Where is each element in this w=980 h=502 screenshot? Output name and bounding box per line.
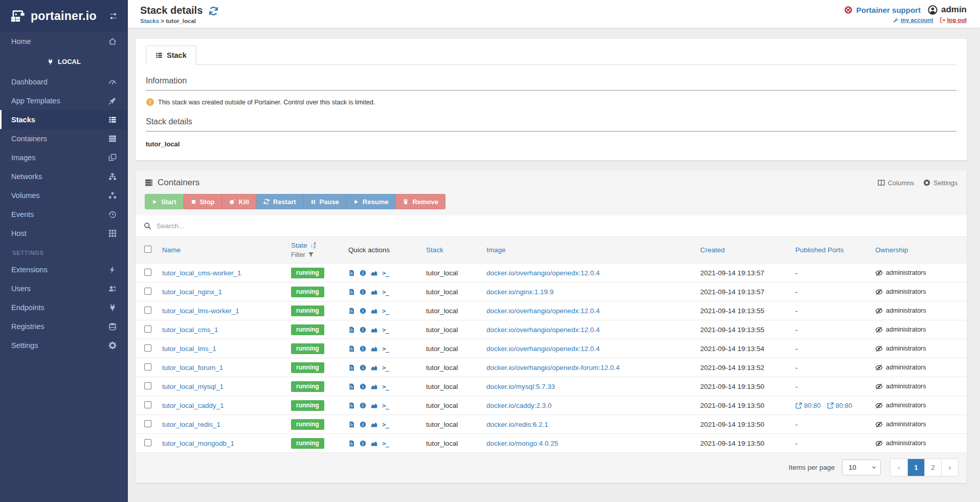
inspect-icon[interactable]	[360, 308, 366, 314]
console-icon[interactable]: >_	[382, 326, 389, 334]
console-icon[interactable]: >_	[382, 288, 389, 296]
column-header-name[interactable]: Name	[162, 246, 181, 254]
column-header-ownership[interactable]: Ownership	[875, 246, 908, 254]
refresh-button[interactable]	[209, 6, 218, 16]
sidebar-item-events[interactable]: Events	[0, 205, 128, 224]
column-header-image[interactable]: Image	[486, 246, 506, 254]
pagination-page-1[interactable]: 1	[907, 459, 924, 476]
row-checkbox[interactable]	[144, 325, 151, 333]
stats-icon[interactable]	[371, 402, 377, 409]
stats-icon[interactable]	[371, 364, 377, 371]
container-name-link[interactable]: tutor_local_lms_1	[162, 345, 216, 353]
sidebar-item-dashboard[interactable]: Dashboard	[0, 72, 128, 91]
console-icon[interactable]: >_	[382, 421, 389, 428]
logs-icon[interactable]	[348, 326, 355, 333]
image-link[interactable]: docker.io/overhangio/openedx:12.0.4	[486, 307, 599, 315]
pagination-page-2[interactable]: 2	[924, 459, 941, 476]
row-checkbox[interactable]	[144, 269, 151, 276]
logout-link[interactable]: log out	[940, 17, 967, 23]
console-icon[interactable]: >_	[382, 269, 389, 277]
console-icon[interactable]: >_	[382, 364, 389, 372]
restart-button[interactable]: Restart	[256, 194, 303, 209]
image-link[interactable]: docker.io/overhangio/openedx-forum:12.0.…	[486, 364, 619, 372]
stats-icon[interactable]	[371, 270, 377, 276]
container-name-link[interactable]: tutor_local_cms_1	[162, 326, 218, 334]
column-header-state[interactable]: State	[291, 242, 307, 249]
sidebar-item-networks[interactable]: Networks	[0, 167, 128, 186]
logs-icon[interactable]	[348, 364, 355, 371]
stats-icon[interactable]	[371, 308, 377, 314]
image-link[interactable]: docker.io/mongo:4.0.25	[486, 440, 558, 447]
stats-icon[interactable]	[371, 345, 377, 352]
stats-icon[interactable]	[371, 421, 377, 428]
container-name-link[interactable]: tutor_local_caddy_1	[162, 402, 224, 409]
start-button[interactable]: Start	[145, 194, 184, 209]
logs-icon[interactable]	[348, 345, 355, 352]
row-checkbox[interactable]	[144, 307, 151, 314]
logs-icon[interactable]	[348, 402, 355, 409]
row-checkbox[interactable]	[144, 363, 151, 370]
select-all-checkbox[interactable]	[144, 246, 151, 253]
sidebar-item-containers[interactable]: Containers	[0, 129, 128, 148]
column-header-stack[interactable]: Stack	[426, 246, 443, 254]
user-menu[interactable]: admin	[928, 5, 967, 15]
portainer-logo[interactable]: portainer.io	[0, 0, 128, 32]
logs-icon[interactable]	[348, 440, 355, 447]
image-link[interactable]: docker.io/overhangio/openedx:12.0.4	[486, 269, 599, 277]
container-name-link[interactable]: tutor_local_forum_1	[162, 364, 223, 372]
logs-icon[interactable]	[348, 383, 355, 390]
container-name-link[interactable]: tutor_local_nginx_1	[162, 288, 222, 296]
pagination-prev-button[interactable]: ‹	[890, 459, 907, 476]
sidebar-item-users[interactable]: Users	[0, 279, 128, 298]
inspect-icon[interactable]	[360, 345, 366, 352]
logs-icon[interactable]	[348, 308, 355, 314]
inspect-icon[interactable]	[360, 402, 366, 409]
sidebar-item-volumes[interactable]: Volumes	[0, 186, 128, 205]
image-link[interactable]: docker.io/overhangio/openedx:12.0.4	[486, 345, 599, 353]
published-port-link[interactable]: 80:80	[795, 402, 821, 409]
console-icon[interactable]: >_	[382, 345, 389, 353]
sidebar-item-settings[interactable]: Settings	[0, 336, 128, 355]
container-name-link[interactable]: tutor_local_redis_1	[162, 421, 220, 428]
stats-icon[interactable]	[371, 383, 377, 390]
resume-button[interactable]: Resume	[346, 194, 396, 209]
state-filter-button[interactable]: Filter	[291, 251, 338, 258]
sidebar-item-extensions[interactable]: Extensions	[0, 260, 128, 279]
breadcrumb-stacks-link[interactable]: Stacks	[140, 18, 159, 24]
container-name-link[interactable]: tutor_local_lms-worker_1	[162, 307, 239, 315]
remove-button[interactable]: Remove	[395, 194, 446, 209]
my-account-link[interactable]: my account	[893, 17, 933, 23]
pagination-next-button[interactable]: ›	[941, 459, 958, 476]
sidebar-item-endpoints[interactable]: Endpoints	[0, 298, 128, 317]
sidebar-item-app-templates[interactable]: App Templates	[0, 91, 128, 110]
column-header-created[interactable]: Created	[700, 246, 725, 254]
row-checkbox[interactable]	[144, 439, 151, 446]
sidebar-item-home[interactable]: Home	[0, 32, 128, 51]
inspect-icon[interactable]	[360, 326, 366, 333]
column-header-published-ports[interactable]: Published Ports	[795, 246, 844, 254]
sidebar-item-host[interactable]: Host	[0, 224, 128, 243]
logs-icon[interactable]	[348, 270, 355, 276]
inspect-icon[interactable]	[360, 440, 366, 447]
logs-icon[interactable]	[348, 289, 355, 295]
kill-button[interactable]: Kill	[222, 194, 256, 209]
image-link[interactable]: docker.io/mysql:5.7.33	[486, 383, 555, 390]
published-port-link[interactable]: 80:80	[827, 402, 853, 409]
row-checkbox[interactable]	[144, 288, 151, 295]
image-link[interactable]: docker.io/redis:6.2.1	[486, 421, 548, 428]
row-checkbox[interactable]	[144, 420, 151, 427]
search-input[interactable]	[157, 222, 959, 230]
columns-button[interactable]: Columns	[878, 179, 914, 187]
stop-button[interactable]: Stop	[184, 194, 222, 209]
items-per-page-select[interactable]: 10	[842, 460, 881, 475]
stats-icon[interactable]	[371, 326, 377, 333]
image-link[interactable]: docker.io/nginx:1.19.9	[486, 288, 553, 296]
container-name-link[interactable]: tutor_local_mongodb_1	[162, 440, 234, 447]
inspect-icon[interactable]	[360, 270, 366, 276]
console-icon[interactable]: >_	[382, 383, 389, 390]
inspect-icon[interactable]	[360, 421, 366, 428]
image-link[interactable]: docker.io/caddy:2.3.0	[486, 402, 552, 409]
sidebar-collapse-button[interactable]	[109, 12, 118, 20]
sidebar-item-stacks[interactable]: Stacks	[0, 110, 128, 129]
inspect-icon[interactable]	[360, 364, 366, 371]
